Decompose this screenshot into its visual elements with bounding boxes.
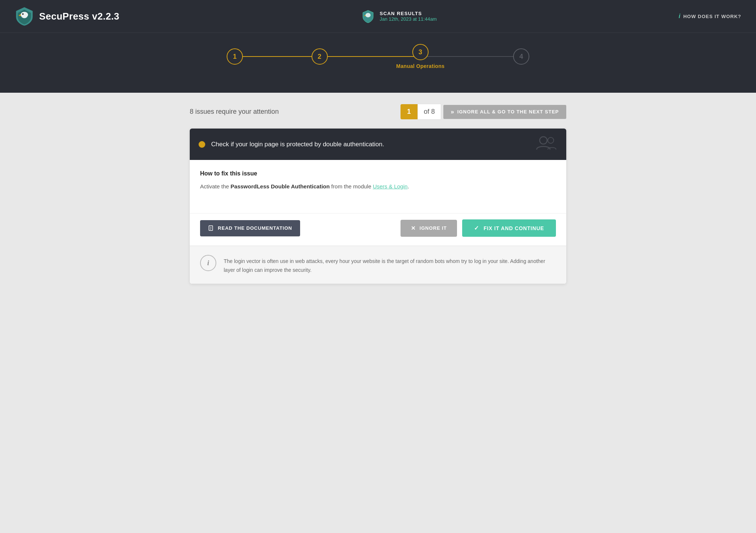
document-icon	[208, 225, 214, 231]
svg-point-3	[365, 13, 371, 17]
issue-title-row: Check if your login page is protected by…	[199, 141, 384, 148]
step-2[interactable]: 2	[312, 48, 328, 65]
fix-desc-bold: PasswordLess Double Authentication	[231, 183, 330, 189]
progress-section: 1 2 3 Manual Operations 4	[0, 33, 756, 84]
issue-of-total: of 8	[417, 104, 441, 120]
step-2-circle: 2	[312, 48, 328, 65]
svg-point-2	[22, 13, 24, 15]
step-3[interactable]: 3 Manual Operations	[396, 44, 444, 69]
issue-title: Check if your login page is protected by…	[211, 141, 384, 148]
issue-card: Check if your login page is protected by…	[190, 129, 566, 284]
x-icon: ✕	[411, 225, 416, 232]
step-1[interactable]: 1	[227, 48, 243, 65]
issue-status-dot	[199, 141, 205, 148]
fix-and-continue-label: FIX IT AND CONTINUE	[484, 225, 544, 231]
fix-description: Activate the PasswordLess Double Authent…	[200, 182, 556, 191]
fix-title: How to fix this issue	[200, 170, 556, 177]
step-4-circle: 4	[513, 48, 529, 65]
ignore-it-button[interactable]: ✕ IGNORE IT	[401, 220, 457, 237]
scan-results-section: SCAN RESULTS Jan 12th, 2023 at 11:44am	[361, 10, 437, 23]
fix-desc-part2: from the module	[330, 183, 373, 189]
scan-info: SCAN RESULTS Jan 12th, 2023 at 11:44am	[380, 11, 437, 22]
ignore-all-button[interactable]: » IGNORE ALL & GO TO THE NEXT STEP	[443, 105, 566, 119]
fix-desc-part1: Activate the	[200, 183, 231, 189]
ignore-all-label: IGNORE ALL & GO TO THE NEXT STEP	[457, 109, 559, 115]
svg-point-0	[21, 12, 28, 18]
action-buttons: READ THE DOCUMENTATION ✕ IGNORE IT ✓ FIX…	[190, 213, 566, 246]
chevron-right-icon: »	[451, 109, 454, 115]
info-icon: i	[678, 13, 680, 20]
main-content: 8 issues require your attention 1 of 8 »…	[175, 93, 581, 302]
progress-track: 1 2 3 Manual Operations 4	[227, 44, 529, 69]
current-issue-number: 1	[401, 104, 417, 119]
read-documentation-button[interactable]: READ THE DOCUMENTATION	[200, 220, 300, 236]
triangle-pointer	[371, 84, 385, 93]
scan-results-label: SCAN RESULTS	[380, 11, 437, 16]
read-documentation-label: READ THE DOCUMENTATION	[218, 225, 292, 231]
right-buttons-group: ✕ IGNORE IT ✓ FIX IT AND CONTINUE	[401, 219, 556, 237]
fix-desc-end: .	[408, 183, 409, 189]
step-3-circle: 3	[412, 44, 429, 60]
users-login-link[interactable]: Users & Login	[373, 183, 408, 189]
issues-navigation: 1 of 8 » IGNORE ALL & GO TO THE NEXT STE…	[401, 104, 566, 120]
step-1-circle: 1	[227, 48, 243, 65]
svg-point-6	[548, 137, 554, 143]
how-it-works-link[interactable]: i HOW DOES IT WORK?	[678, 13, 741, 20]
info-text: The login vector is often use in web att…	[224, 255, 556, 275]
logo-container: SecuPress v2.2.3	[15, 7, 119, 26]
fix-and-continue-button[interactable]: ✓ FIX IT AND CONTINUE	[462, 219, 556, 237]
check-icon: ✓	[474, 225, 479, 232]
step-3-label: Manual Operations	[396, 63, 444, 69]
step-4[interactable]: 4	[513, 48, 529, 65]
issues-header: 8 issues require your attention 1 of 8 »…	[190, 104, 566, 120]
issues-count: 8 issues require your attention	[190, 108, 279, 116]
issue-body: How to fix this issue Activate the Passw…	[190, 160, 566, 213]
info-box: i The login vector is often use in web a…	[190, 246, 566, 284]
app-title: SecuPress v2.2.3	[39, 11, 119, 22]
svg-point-5	[540, 137, 547, 144]
issue-card-header: Check if your login page is protected by…	[190, 129, 566, 160]
secupress-logo-icon	[15, 7, 34, 26]
info-circle-icon: i	[200, 255, 216, 271]
steps-wrapper: 1 2 3 Manual Operations 4	[227, 44, 529, 69]
user-group-icon	[535, 135, 557, 153]
app-header: SecuPress v2.2.3 SCAN RESULTS Jan 12th, …	[0, 0, 756, 33]
ignore-it-label: IGNORE IT	[420, 225, 447, 231]
how-it-works-label: HOW DOES IT WORK?	[683, 14, 741, 19]
scan-shield-icon	[361, 10, 375, 23]
scan-date: Jan 12th, 2023 at 11:44am	[380, 16, 437, 22]
